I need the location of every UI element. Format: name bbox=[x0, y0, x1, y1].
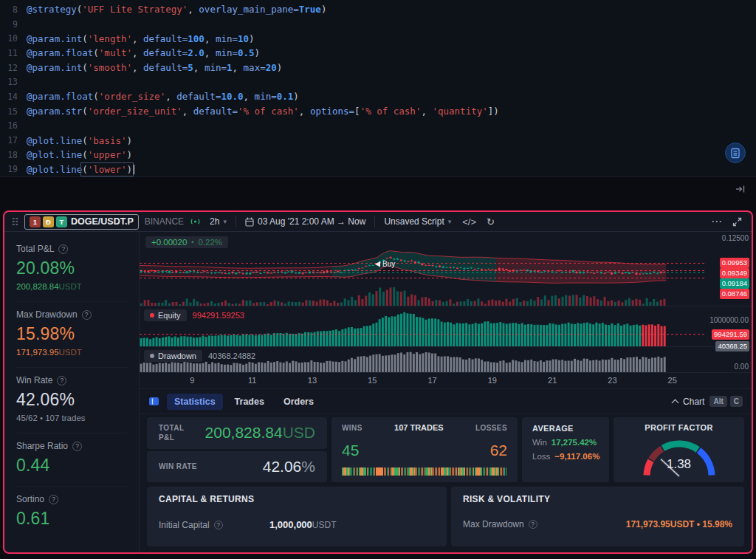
expand-panel-button[interactable] bbox=[730, 217, 744, 227]
winloss-tick bbox=[431, 467, 433, 476]
stat-sortino: Sortino?0.61 bbox=[16, 487, 127, 539]
date-range-label: 03 Aug '21 2:00 AM → Now bbox=[258, 216, 365, 227]
code-line: 13 bbox=[0, 75, 756, 89]
stat-label: Sortino? bbox=[16, 494, 127, 504]
source-code-icon[interactable]: </> bbox=[460, 216, 478, 227]
time-axis[interactable]: 91113151719212325 bbox=[140, 373, 752, 389]
equity-axis[interactable]: 1000000.00 994291.59 40368.25 bbox=[706, 306, 752, 347]
help-icon[interactable]: ? bbox=[72, 442, 82, 451]
stat-label: Sharpe Ratio? bbox=[16, 441, 127, 451]
help-icon[interactable]: ? bbox=[214, 521, 223, 529]
line-number: 13 bbox=[0, 77, 18, 87]
winloss-tick bbox=[506, 467, 507, 476]
time-label: 21 bbox=[548, 376, 557, 385]
code-text: @plot.line('upper') bbox=[27, 149, 132, 160]
price-axis[interactable]: 0.12500 0.099530.093490.091840.08746 bbox=[706, 232, 752, 306]
date-range-button[interactable]: 03 Aug '21 2:00 AM → Now bbox=[242, 215, 368, 228]
collapse-console-icon[interactable] bbox=[735, 183, 746, 196]
script-selector[interactable]: Unsaved Script▾ bbox=[381, 215, 454, 228]
time-label: 19 bbox=[488, 376, 497, 385]
key-badge: C bbox=[730, 396, 743, 407]
script-reference-button[interactable] bbox=[725, 143, 746, 163]
capital-returns-card: CAPITAL & RETURNS Initial Capital? 1,000… bbox=[147, 487, 447, 546]
text-cursor bbox=[133, 165, 134, 174]
collapse-chart-button[interactable]: Chart AltC bbox=[673, 396, 743, 407]
help-icon[interactable]: ? bbox=[58, 244, 68, 254]
initial-capital-value: 1,000,000USDT bbox=[269, 519, 337, 530]
price-change-pct: 0.22% bbox=[198, 238, 222, 247]
winloss-tick bbox=[466, 467, 467, 476]
drawdown-pane[interactable]: Drawdown 40368.24882 bbox=[140, 347, 706, 373]
stat-value: 42.06% bbox=[16, 390, 127, 410]
losses-label: LOSSES bbox=[475, 423, 507, 433]
code-line: 17@plot.line('basis') bbox=[0, 133, 756, 148]
code-line: 12@param.int('smooth', default=5, min=1,… bbox=[0, 61, 756, 75]
winloss-tick bbox=[481, 467, 482, 476]
code-line: 19@plot.line('lower') bbox=[0, 162, 756, 177]
interval-selector[interactable]: 2h▾ bbox=[207, 215, 230, 228]
code-text: @plot.line('basis') bbox=[27, 135, 132, 146]
svg-text:Buy: Buy bbox=[382, 260, 395, 268]
more-options-button[interactable]: ⋯ bbox=[709, 215, 724, 228]
code-text: @param.float('order_size', default=10.0,… bbox=[27, 91, 299, 102]
code-editor[interactable]: 8@strategy('UFF Lite Strategy', overlay_… bbox=[0, 0, 756, 177]
code-line: 9 bbox=[0, 17, 756, 32]
equity-price-badge: 994291.59 bbox=[712, 329, 749, 340]
interval-label: 2h bbox=[210, 216, 219, 227]
refresh-icon[interactable]: ↻ bbox=[484, 216, 497, 227]
winloss-tick bbox=[501, 467, 503, 476]
risk-volatility-title: RISK & VOLATILITY bbox=[463, 494, 732, 504]
drawdown-scale-bottom: 0.00 bbox=[735, 363, 749, 371]
divider bbox=[236, 216, 236, 227]
average-loss-value: −9,117.06% bbox=[554, 452, 599, 461]
drawdown-legend: Drawdown bbox=[144, 350, 202, 362]
stat-win-rate: Win Rate?42.06%45/62 • 107 trades bbox=[16, 368, 127, 433]
winloss-tick bbox=[419, 467, 421, 476]
stat-label: Total P&L? bbox=[16, 244, 127, 254]
price-change: +0.00020 bbox=[151, 238, 187, 247]
drag-handle-icon[interactable] bbox=[12, 217, 18, 226]
winloss-tick bbox=[450, 467, 452, 476]
stat-sharpe-ratio: Sharpe Ratio?0.44 bbox=[16, 433, 127, 487]
panel-layout-icon[interactable] bbox=[148, 396, 159, 407]
symbol-badge-1: 1 bbox=[30, 216, 41, 227]
winloss-tick bbox=[484, 467, 486, 476]
backtest-sidebar: Total P&L?20.08%200,828.84USDTMax Drawdo… bbox=[4, 232, 140, 552]
price-pane[interactable]: +0.00020•0.22% Buy bbox=[140, 232, 706, 306]
calendar-icon bbox=[245, 217, 254, 227]
equity-pane[interactable]: Equity 994291.59253 bbox=[140, 306, 706, 347]
stat-sub: 171,973.95USDT bbox=[16, 348, 127, 357]
time-label: 15 bbox=[368, 376, 377, 385]
risk-volatility-card: RISK & VOLATILITY Max Drawdown? 171,973.… bbox=[451, 487, 744, 546]
help-icon[interactable]: ? bbox=[49, 495, 58, 504]
price-badge: 0.08746 bbox=[720, 289, 749, 299]
code-line: 14@param.float('order_size', default=10.… bbox=[0, 89, 756, 104]
total-pnl-value: 200,828.84USD bbox=[205, 424, 315, 442]
tab-orders[interactable]: Orders bbox=[276, 394, 321, 410]
winloss-tick bbox=[414, 467, 416, 476]
code-text: @plot.line('lower') bbox=[27, 164, 134, 175]
collapse-chart-label: Chart bbox=[683, 397, 704, 407]
tabs: StatisticsTradesOrders bbox=[167, 394, 321, 410]
help-icon[interactable]: ? bbox=[82, 310, 92, 320]
tab-statistics[interactable]: Statistics bbox=[167, 394, 223, 410]
time-label: 25 bbox=[668, 376, 677, 385]
winloss-tick bbox=[483, 467, 484, 476]
gauge-svg bbox=[624, 432, 735, 479]
line-number: 17 bbox=[0, 135, 18, 145]
console-strip bbox=[0, 177, 756, 210]
average-win-label: Win bbox=[532, 438, 547, 447]
exchange-label: BINANCE bbox=[145, 216, 184, 227]
stat-label: Max Drawdown? bbox=[16, 309, 127, 320]
code-lines: 8@strategy('UFF Lite Strategy', overlay_… bbox=[0, 2, 756, 176]
line-number: 11 bbox=[0, 48, 18, 58]
winloss-tick bbox=[416, 467, 418, 476]
help-icon[interactable]: ? bbox=[529, 520, 537, 529]
winloss-tick bbox=[500, 467, 501, 476]
chevron-up-icon bbox=[672, 399, 679, 406]
tab-trades[interactable]: Trades bbox=[227, 394, 272, 410]
help-icon[interactable]: ? bbox=[57, 376, 66, 385]
symbol-chip[interactable]: 1ĐT DOGE/USDT.P bbox=[24, 214, 139, 230]
winloss-tick bbox=[402, 467, 404, 476]
winloss-tick bbox=[464, 467, 465, 476]
